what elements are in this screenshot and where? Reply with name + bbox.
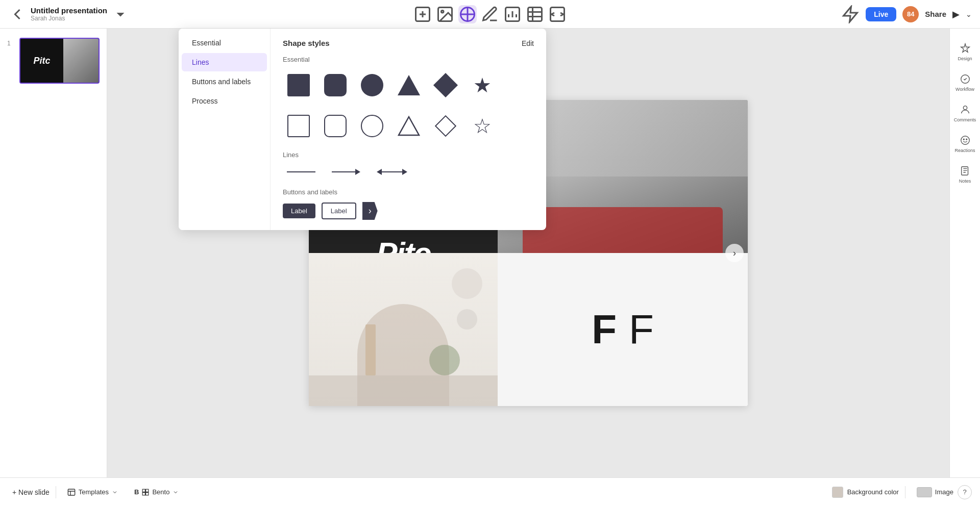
comments-label: Comments: [954, 117, 976, 122]
edit-link[interactable]: Edit: [522, 39, 534, 47]
insert-shapes-button[interactable]: [458, 5, 477, 23]
image-label: Image: [935, 488, 953, 496]
slide-thumb-1[interactable]: 1 Pitc: [4, 35, 103, 87]
background-color-swatch[interactable]: [832, 487, 843, 498]
workflow-label: Workflow: [955, 87, 974, 92]
svg-point-2: [442, 10, 444, 13]
sidebar-notes[interactable]: Notes: [950, 159, 980, 190]
dropdown-title: Shape styles: [283, 39, 330, 47]
slides-panel: 1 Pitc: [0, 29, 107, 506]
notes-label: Notes: [959, 179, 971, 184]
svg-point-9: [961, 136, 969, 145]
lines-grid: [283, 165, 534, 179]
design-label: Design: [958, 56, 972, 61]
nav-lines[interactable]: Lines: [182, 53, 267, 71]
button-filled[interactable]: Label: [283, 204, 315, 218]
topbar-left: Untitled presentation Sarah Jonas: [8, 5, 151, 23]
divider-1: [56, 486, 56, 498]
sidebar-workflow[interactable]: Workflow: [950, 67, 980, 98]
shape-rounded-square-filled[interactable]: [320, 69, 351, 101]
svg-rect-12: [961, 167, 968, 175]
shape-square-filled[interactable]: [283, 69, 314, 101]
svg-rect-5: [528, 7, 542, 21]
button-outline[interactable]: Label: [322, 203, 356, 219]
lightning-button[interactable]: [841, 5, 860, 23]
triangle-outline-svg: [398, 115, 420, 137]
svg-marker-13: [399, 117, 419, 135]
svg-rect-17: [143, 492, 145, 495]
slide-arrow-right[interactable]: ›: [725, 244, 744, 262]
nav-essential[interactable]: Essential: [182, 34, 267, 52]
notes-icon: [960, 165, 971, 176]
right-sidebar: Design Workflow Comments Reactions Notes: [949, 29, 980, 506]
shape-styles-dropdown: Essential Lines Buttons and labels Proce…: [179, 29, 546, 230]
design-icon: [960, 43, 971, 54]
insert-chart-button[interactable]: [503, 5, 522, 23]
line-arrow-both[interactable]: [373, 165, 411, 179]
new-slide-button[interactable]: + New slide: [12, 488, 50, 496]
template-icon: [67, 488, 76, 496]
bento-b-label: B: [134, 488, 139, 496]
bottom-bar: + New slide Templates B Bento Background…: [0, 477, 980, 506]
insert-table-button[interactable]: [526, 5, 544, 23]
dropdown-content: Shape styles Edit Essential ★ ☆: [271, 29, 546, 230]
play-options-button[interactable]: ⌄: [966, 10, 972, 18]
shape-star-filled[interactable]: ★: [467, 69, 498, 101]
insert-image-button[interactable]: [436, 5, 454, 23]
reactions-icon: [960, 135, 971, 146]
nav-buttons-labels[interactable]: Buttons and labels: [182, 72, 267, 91]
app-title: Untitled presentation: [31, 6, 107, 15]
play-button[interactable]: ▶: [952, 9, 960, 20]
nav-process[interactable]: Process: [182, 92, 267, 110]
back-button[interactable]: [8, 5, 27, 23]
shape-diamond-filled[interactable]: [430, 69, 461, 101]
sidebar-design[interactable]: Design: [950, 37, 980, 67]
bento-grid-icon: [142, 489, 149, 496]
svg-rect-15: [143, 489, 145, 492]
bento-label: Bento: [152, 488, 169, 496]
templates-chevron-icon: [112, 489, 118, 495]
topbar: Untitled presentation Sarah Jonas: [0, 0, 980, 29]
shape-square-outline[interactable]: [283, 110, 314, 142]
sidebar-reactions[interactable]: Reactions: [950, 129, 980, 159]
shape-rounded-square-outline[interactable]: [320, 110, 351, 142]
shape-triangle-outline[interactable]: [393, 110, 425, 142]
divider-2: [905, 486, 905, 498]
help-button[interactable]: ?: [958, 485, 972, 499]
workflow-icon: [960, 73, 971, 85]
background-color-section: Background color: [832, 487, 899, 498]
slide-interior-photo: [309, 253, 498, 406]
essential-section-title: Essential: [283, 56, 534, 63]
templates-button[interactable]: Templates: [62, 485, 123, 499]
line-plain[interactable]: [283, 167, 320, 176]
title-block: Untitled presentation Sarah Jonas: [31, 6, 107, 22]
buttons-labels-grid: Label Label ›: [283, 202, 534, 220]
live-button[interactable]: Live: [866, 7, 896, 21]
slide-thumbnail: Pitc: [19, 38, 100, 84]
title-dropdown-button[interactable]: [111, 5, 130, 23]
svg-point-8: [963, 106, 967, 110]
share-button[interactable]: Share: [925, 10, 946, 18]
button-arrow[interactable]: ›: [362, 202, 378, 220]
shape-triangle-filled[interactable]: [393, 69, 425, 101]
line-arrow-right[interactable]: [328, 165, 364, 179]
bento-button[interactable]: B Bento: [129, 485, 184, 499]
background-color-label: Background color: [847, 488, 899, 496]
shape-diamond-outline[interactable]: [430, 110, 461, 142]
outline-shapes-grid: ☆: [283, 110, 534, 142]
insert-embed-button[interactable]: [548, 5, 567, 23]
slide-number: 1: [7, 38, 15, 47]
shape-circle-filled[interactable]: [356, 69, 388, 101]
shape-circle-outline[interactable]: [356, 110, 388, 142]
svg-point-10: [963, 139, 964, 140]
topbar-right: Live 84 Share ▶ ⌄: [829, 5, 972, 23]
sidebar-comments[interactable]: Comments: [950, 98, 980, 129]
filled-shapes-grid: ★: [283, 69, 534, 101]
insert-pen-button[interactable]: [481, 5, 499, 23]
insert-text-button[interactable]: [413, 5, 432, 23]
avatar: 84: [902, 6, 919, 22]
topbar-center-icons: [151, 5, 829, 23]
bento-chevron-icon: [173, 489, 179, 495]
shape-star-outline[interactable]: ☆: [467, 110, 498, 142]
reactions-label: Reactions: [954, 148, 975, 153]
